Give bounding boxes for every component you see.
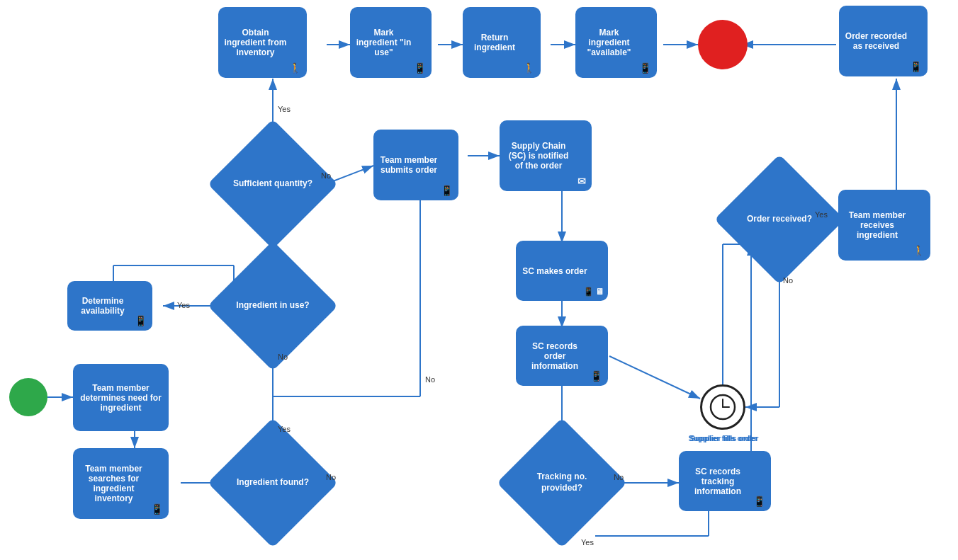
mark-available-node: Mark ingredient "available" 📱 [575,7,657,78]
team-searches-icon: 📱 [151,503,163,515]
yes-label-ingredient-found: Yes [278,425,291,433]
flowchart-container: Supplier fills order Obtain ingredient f… [0,0,958,560]
sc-notified-node: Supply Chain (SC) is notified of the ord… [500,120,592,191]
no-label-tracking: No [614,473,624,481]
ingredient-in-use-diamond: Ingredient in use? [227,260,319,352]
determine-availability-icon: 📱 [135,315,147,326]
yes-label-order-received: Yes [815,210,828,219]
return-ingredient-node: Return ingredient 🚶 [463,7,541,78]
mark-in-use-node: Mark ingredient "in use" 📱 [350,7,432,78]
obtain-ingredient-icon: 🚶 [289,62,301,74]
sc-makes-order-node: SC makes order 📱 🖥 [516,241,608,301]
end-circle [698,20,748,69]
order-recorded-icon: 📱 [910,61,922,72]
yes-label-sufficient-up: Yes [278,105,291,113]
no-label-sufficient: No [321,171,331,180]
obtain-ingredient-node: Obtain ingredient from inventory 🚶 [218,7,307,78]
sufficient-quantity-diamond: Sufficient quantity? [227,138,319,230]
sc-records-order-node: SC records order information 📱 [516,326,608,386]
team-submits-node: Team member submits order 📱 [373,130,458,200]
team-searches-node: Team member searches for ingredient inve… [73,448,169,519]
supplier-fills-label-text: Supplier fills order [686,434,762,442]
team-receives-node: Team member receives ingredient 🚶 [838,190,930,261]
order-received-diamond: Order received? [733,173,825,265]
tracking-provided-diamond: Tracking no. provided? [516,437,608,529]
team-receives-icon: 🚶 [913,245,925,256]
yes-label-tracking: Yes [581,538,594,547]
sc-records-tracking-node: SC records tracking information 📱 [679,451,771,511]
yes-label-ingredient-in-use: Yes [177,301,190,309]
order-recorded-node: Order recorded as received 📱 [839,6,928,76]
sc-records-tracking-icon: 📱 [753,496,765,507]
no-label-ingredient-in-use: No [278,353,288,361]
no-label-order-received: No [783,276,793,285]
start-circle [9,378,47,416]
ingredient-found-diamond: Ingredient found? [227,437,319,529]
team-submits-icon: 📱 [441,185,453,196]
return-ingredient-icon: 🚶 [523,62,535,74]
svg-line-17 [609,356,700,399]
determine-availability-node: Determine availability 📱 [67,281,152,331]
no-label-ingredient-found: No [326,473,336,481]
sc-makes-desktop-icon: 🖥 [595,287,604,297]
team-determines-node: Team member determines need for ingredie… [73,364,169,431]
mark-in-use-icon: 📱 [414,62,426,74]
supplier-clock-icon [700,384,745,430]
mark-available-icon: 📱 [639,62,651,74]
no-label-tracking-down: No [425,375,435,384]
sc-makes-phone-icon: 📱 [583,287,594,297]
sc-notified-icon: ✉ [577,176,586,187]
sc-records-order-icon: 📱 [590,370,602,382]
